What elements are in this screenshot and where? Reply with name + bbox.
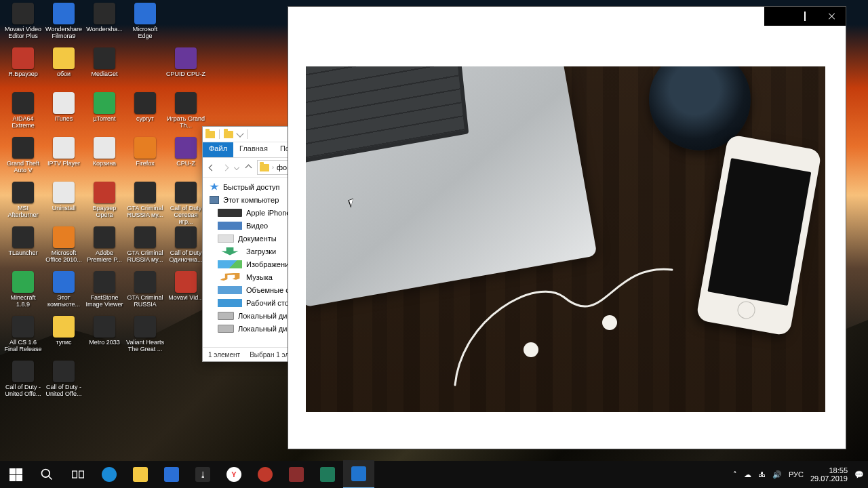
chevron-down-icon[interactable] — [236, 129, 243, 137]
desktop-icon-label: Microsoft Edge — [125, 26, 165, 39]
desktop-icon[interactable]: тупис — [43, 314, 84, 359]
desktop-icon[interactable]: Wondershare Filmora9 — [43, 1, 84, 46]
nav-up-button[interactable] — [243, 163, 253, 172]
tray-network-icon[interactable]: 🖧 — [758, 470, 766, 479]
taskbar-app-yandex[interactable]: Y — [218, 461, 250, 488]
taskbar-app-explorer[interactable] — [125, 461, 156, 488]
desktop-icon[interactable]: Wondersha... — [84, 1, 125, 46]
desktop-icon[interactable]: Браузер Opera — [84, 180, 125, 225]
desktop-icon[interactable]: Call of Duty - United Offe... — [3, 359, 43, 404]
taskbar-app-opera[interactable] — [250, 461, 281, 488]
desktop-icon[interactable]: Microsoft Office 2010... — [43, 225, 84, 270]
desktop-icon-label: Grand Theft Auto V — [3, 160, 43, 174]
desktop-icon[interactable]: MediaGet — [84, 46, 125, 91]
desktop-icon[interactable]: Call of Duty - United Offe... — [43, 359, 84, 404]
desktop-icon[interactable]: AIDA64 Extreme — [3, 91, 43, 136]
desktop-icon-label: CPU-Z — [166, 160, 205, 167]
breadcrumb-text: фо — [277, 163, 287, 171]
app-icon — [94, 226, 115, 248]
desktop-icon[interactable]: CPU-Z — [165, 136, 206, 180]
desktop-icon-label: Браузер Opera — [85, 205, 124, 218]
desktop-icon-label: Call of Duty - United Offe... — [44, 384, 83, 397]
desktop-icon[interactable]: Firefox — [125, 136, 165, 180]
desktop-icon-label: сургут — [125, 115, 165, 122]
tray-language[interactable]: РУС — [789, 470, 804, 479]
desktop-icon[interactable]: All CS 1.6 Final Release — [3, 314, 43, 359]
desktop-icon[interactable]: Adobe Premiere P... — [84, 225, 125, 270]
tree-item-label: Загрузки — [246, 247, 276, 256]
desktop-icon-label: Adobe Premiere P... — [85, 249, 124, 263]
status-item-count: 1 элемент — [208, 351, 240, 359]
tree-item-icon — [218, 325, 234, 333]
desktop-icon-label: Firefox — [125, 160, 165, 167]
desktop-icon[interactable]: MSI Afterburner — [3, 180, 43, 225]
app-icon — [53, 182, 75, 203]
desktop-icon[interactable]: Metro 2033 — [84, 314, 125, 359]
taskbar-app-generic1[interactable] — [281, 461, 312, 488]
desktop-icon[interactable]: Valiant Hearts The Great ... — [125, 314, 165, 359]
tray-onedrive-icon[interactable]: ☁ — [744, 470, 751, 479]
app-icon — [134, 226, 156, 248]
taskbar-app-store[interactable]: ⭳ — [187, 461, 218, 488]
desktop-icon[interactable]: Movavi Video Editor Plus — [3, 1, 43, 46]
desktop-icon-label: AIDA64 Extreme — [3, 115, 43, 129]
app-icon — [53, 137, 75, 159]
desktop-icon[interactable]: iTunes — [43, 91, 84, 136]
task-view-button[interactable] — [62, 461, 94, 488]
tree-item-icon — [210, 183, 219, 191]
desktop-icon[interactable]: Uninstall — [43, 180, 84, 225]
desktop-icon[interactable]: FastStone Image Viewer — [84, 270, 125, 314]
taskbar-app-generic2[interactable] — [312, 461, 343, 488]
desktop-icon[interactable]: Call of Duty Сетевая игр... — [165, 180, 206, 225]
desktop-icon[interactable]: µTorrent — [84, 91, 125, 136]
close-button[interactable] — [818, 7, 846, 26]
desktop-icon[interactable]: Minecraft 1.8.9 — [3, 270, 43, 314]
desktop-icon[interactable]: Grand Theft Auto V — [3, 136, 43, 180]
desktop-icon[interactable]: GTA Criminal RUSSIA му... — [125, 180, 165, 225]
desktop-icon[interactable]: сургут — [125, 91, 165, 136]
photo-viewport[interactable] — [306, 66, 825, 412]
ribbon-tab-file[interactable]: Файл — [203, 142, 233, 157]
tree-item-label: Быстрый доступ — [223, 183, 280, 191]
app-icon — [175, 137, 197, 159]
desktop-icon-label: Этот компьюте... — [44, 294, 83, 308]
taskbar-app-edge[interactable] — [94, 461, 125, 488]
app-icon — [12, 361, 34, 382]
desktop-icon[interactable]: Call of Duty Одиночна... — [165, 225, 206, 270]
desktop-icon[interactable]: Играть Grand Th... — [165, 91, 206, 136]
desktop-icon[interactable]: GTA Criminal RUSSIA — [125, 270, 165, 314]
tray-volume-icon[interactable]: 🔊 — [772, 470, 782, 479]
desktop-icon[interactable]: Movavi Vid... — [165, 270, 206, 314]
desktop-icon[interactable]: TLauncher — [3, 225, 43, 270]
tree-item-icon — [218, 312, 234, 320]
chevron-down-icon[interactable] — [234, 165, 239, 170]
tray-clock[interactable]: 18:55 29.07.2019 — [810, 466, 848, 483]
desktop-icon-label: iTunes — [44, 115, 83, 122]
desktop-icon[interactable]: Корзина — [84, 136, 125, 180]
minimize-button[interactable] — [764, 7, 791, 26]
desktop-icon[interactable]: CPUID CPU-Z — [165, 46, 206, 91]
desktop-icon-label: Microsoft Office 2010... — [44, 249, 83, 263]
desktop-icon[interactable]: IPTV Player — [43, 136, 84, 180]
desktop-icon-label: Movavi Vid... — [166, 294, 205, 301]
maximize-button[interactable] — [791, 7, 818, 26]
desktop-icon[interactable]: Microsoft Edge — [125, 1, 165, 46]
svg-line-3 — [49, 476, 52, 480]
desktop-icon[interactable]: Я.Браузер — [3, 46, 43, 91]
tray-chevron-up-icon[interactable]: ˄ — [733, 470, 737, 479]
desktop-icon[interactable]: обои — [43, 46, 84, 91]
ribbon-tab-home[interactable]: Главная — [233, 142, 274, 157]
desktop-icon[interactable]: GTA Criminal RUSSIA му... — [125, 225, 165, 270]
desktop-icon-label: IPTV Player — [44, 160, 83, 167]
taskbar-app-photos-active[interactable] — [343, 460, 374, 488]
tree-item-icon — [218, 222, 242, 230]
start-button[interactable] — [0, 461, 31, 488]
nav-back-button[interactable] — [207, 163, 216, 172]
search-button[interactable] — [31, 461, 62, 488]
desktop-icon[interactable]: Этот компьюте... — [43, 270, 84, 314]
app-icon — [12, 316, 34, 338]
tray-notifications-icon[interactable]: 💬 — [854, 470, 864, 479]
tree-item-label: Документы — [238, 235, 277, 243]
taskbar-app-mail[interactable] — [156, 461, 187, 488]
app-icon — [12, 271, 34, 293]
